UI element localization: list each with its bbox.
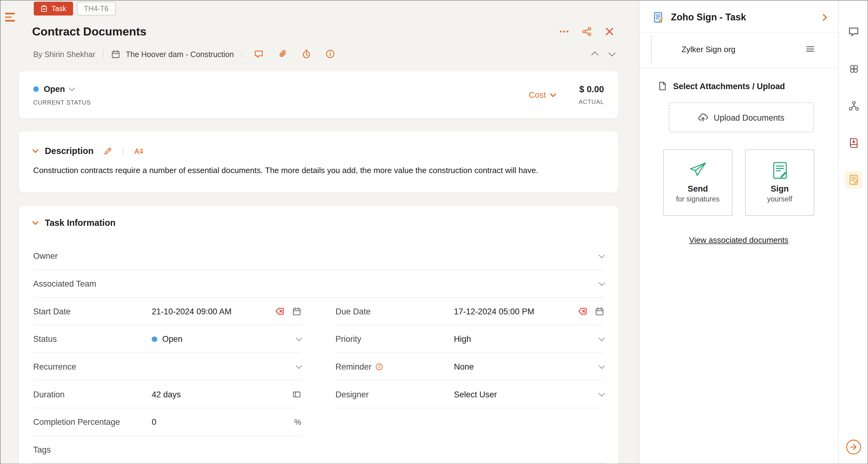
reminder-value[interactable]: None <box>454 362 600 371</box>
priority-row: Priority High <box>336 326 604 353</box>
start-date-value[interactable]: 21-10-2024 09:00 AM <box>152 307 275 316</box>
translate-icon[interactable] <box>134 146 143 156</box>
divider <box>123 147 123 155</box>
tags-row[interactable]: Tags <box>33 436 604 464</box>
status-card: Open CURRENT STATUS Cost $ 0.00 ACTUAL <box>19 71 618 118</box>
priority-value[interactable]: High <box>454 334 600 343</box>
associated-team-row[interactable]: Associated Team <box>33 270 604 298</box>
close-icon[interactable] <box>604 27 614 36</box>
recurrence-label: Recurrence <box>33 362 152 371</box>
chevron-down-icon[interactable] <box>598 335 605 341</box>
divider <box>103 50 104 58</box>
upload-documents-label: Upload Documents <box>714 112 784 122</box>
attachments-section-title: Select Attachments / Upload <box>673 81 785 91</box>
sign-card-title: Sign <box>771 184 789 193</box>
collapse-panel-icon[interactable] <box>820 14 827 21</box>
org-menu-icon[interactable] <box>805 44 815 54</box>
paper-plane-icon <box>688 161 707 180</box>
status-caption: CURRENT STATUS <box>33 99 91 106</box>
task-detail-pane: Task TH4-T6 Contract Documents <box>1 1 639 464</box>
task-type-chip[interactable]: Task <box>34 2 73 15</box>
chevron-down-icon <box>69 85 75 91</box>
description-text: Construction contracts require a number … <box>33 166 604 175</box>
timer-icon[interactable] <box>302 49 311 59</box>
circle-arrow-icon <box>846 439 861 455</box>
edit-pencil-icon[interactable] <box>103 146 112 156</box>
calendar-icon[interactable] <box>595 307 604 316</box>
comments-rail-icon[interactable] <box>845 23 863 40</box>
chevron-down-icon <box>550 91 556 97</box>
task-information-card: Task Information Owner Associated Team S… <box>19 206 618 464</box>
send-for-signatures-card[interactable]: Send for signatures <box>663 149 732 216</box>
task-id-chip[interactable]: TH4-T6 <box>77 2 116 15</box>
project-calendar-icon <box>112 50 120 59</box>
reminder-row: Reminder None <box>336 353 604 381</box>
empty-cell <box>336 408 604 436</box>
task-type-label: Task <box>52 4 66 13</box>
chevron-down-icon[interactable] <box>296 335 302 341</box>
zoho-sign-rail-icon[interactable] <box>845 171 863 189</box>
status-value: Open <box>44 84 65 94</box>
sidebar-toggle-icon[interactable] <box>5 13 15 21</box>
next-task-icon[interactable] <box>609 49 616 57</box>
sign-document-icon <box>771 161 789 180</box>
collapse-section-icon[interactable] <box>32 147 39 153</box>
due-date-value[interactable]: 17-12-2024 05:00 PM <box>454 307 578 316</box>
document-icon <box>658 81 667 91</box>
share-icon[interactable] <box>582 27 592 36</box>
sign-card-subtitle: yourself <box>767 195 793 203</box>
apps-rail-icon[interactable] <box>845 60 863 77</box>
status-field-label: Status <box>33 334 152 343</box>
upload-documents-button[interactable]: Upload Documents <box>669 102 814 132</box>
designer-value[interactable]: Select User <box>454 390 600 399</box>
cost-actual-value: $ 0.00 <box>579 85 604 94</box>
cost-label: Cost <box>529 90 546 99</box>
reminder-info-icon[interactable] <box>375 363 383 370</box>
status-field-text: Open <box>162 334 182 343</box>
send-card-title: Send <box>688 184 708 193</box>
calendar-icon[interactable] <box>292 307 301 316</box>
associated-team-label: Associated Team <box>33 279 600 288</box>
info-icon[interactable] <box>326 49 335 59</box>
import-documents-rail-icon[interactable] <box>845 134 863 152</box>
cost-actual-caption: ACTUAL <box>579 98 604 105</box>
due-date-row: Due Date 17-12-2024 05:00 PM <box>336 298 604 326</box>
clear-date-icon[interactable] <box>275 307 284 316</box>
designer-row: Designer Select User <box>336 381 604 408</box>
owner-row[interactable]: Owner <box>33 242 604 270</box>
collapse-section-icon[interactable] <box>32 219 39 225</box>
more-actions-icon[interactable] <box>559 27 569 36</box>
status-field-value[interactable]: Open <box>152 334 297 343</box>
comments-icon[interactable] <box>254 49 264 59</box>
start-date-row: Start Date 21-10-2024 09:00 AM <box>33 298 301 326</box>
tags-label: Tags <box>33 445 604 454</box>
designer-label: Designer <box>336 390 454 399</box>
duration-row: Duration 42 days <box>33 381 301 408</box>
expand-panel-button[interactable] <box>846 439 861 457</box>
task-author: By Shirin Shekhar <box>33 50 95 59</box>
sign-org-row[interactable]: Zylker Sign org <box>651 35 838 63</box>
previous-task-icon[interactable] <box>591 52 598 59</box>
clear-date-icon[interactable] <box>578 307 587 316</box>
percent-sign: % <box>294 418 301 426</box>
chevron-down-icon[interactable] <box>598 390 605 396</box>
status-dropdown[interactable]: Open <box>33 84 91 94</box>
related-items-rail-icon[interactable] <box>845 97 863 114</box>
chevron-down-icon[interactable] <box>296 362 302 368</box>
project-name[interactable]: The Hoover dam - Construction <box>126 50 234 59</box>
cost-selector[interactable]: Cost <box>529 90 555 99</box>
task-chips: Task TH4-T6 <box>34 2 116 15</box>
status-row: Status Open <box>33 326 301 353</box>
divider <box>242 50 242 58</box>
duration-breakup-icon[interactable] <box>292 390 301 399</box>
attachment-icon[interactable] <box>278 49 287 59</box>
completion-percentage-value[interactable]: 0 <box>152 417 294 426</box>
completion-percentage-row: Completion Percentage 0 % <box>33 408 301 436</box>
sign-yourself-card[interactable]: Sign yourself <box>745 149 814 216</box>
duration-value[interactable]: 42 days <box>152 390 292 399</box>
cloud-upload-icon <box>698 112 708 122</box>
reminder-label: Reminder <box>336 362 372 371</box>
zoho-sign-panel: Zoho Sign - Task Zylker Sign org Select … <box>639 1 838 464</box>
chevron-down-icon[interactable] <box>598 362 605 368</box>
view-associated-documents-link[interactable]: View associated documents <box>639 236 838 245</box>
